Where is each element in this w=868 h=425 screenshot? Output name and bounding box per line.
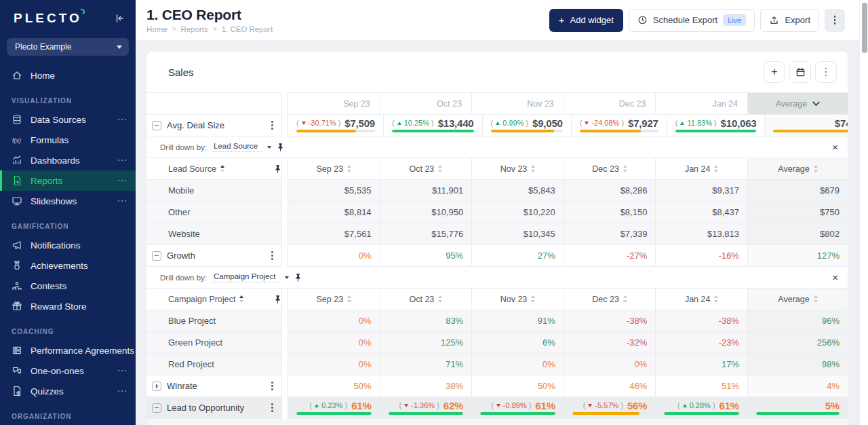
sort-icon[interactable] [531, 165, 535, 172]
row-more-icon[interactable] [271, 403, 273, 412]
sidebar-item-quizzes[interactable]: Quizzes [0, 381, 136, 401]
sort-icon[interactable] [438, 165, 442, 172]
chevron-down-icon[interactable] [285, 276, 289, 279]
sort-icon[interactable] [239, 295, 243, 302]
breadcrumb-reports[interactable]: Reports [181, 25, 208, 33]
subheader-column-oct-23[interactable]: Oct 23 [380, 158, 472, 180]
metric-label-cell[interactable]: Avg. Deal Size [146, 115, 282, 136]
export-button[interactable]: Export [760, 9, 819, 32]
expand-icon[interactable] [152, 382, 161, 391]
subheader-column-jan-24[interactable]: Jan 24 [655, 289, 747, 310]
more-options-icon[interactable] [118, 390, 126, 392]
row-more-icon[interactable] [271, 251, 273, 260]
page-more-button[interactable] [825, 9, 845, 32]
sort-icon[interactable] [347, 295, 351, 302]
metric-label-cell[interactable]: Lead to Opportunity [146, 397, 282, 419]
collapse-icon[interactable] [152, 121, 161, 130]
sidebar-item-notifications[interactable]: Notifications [0, 235, 136, 255]
close-drilldown-icon[interactable]: × [832, 272, 838, 282]
column-header-sep-23[interactable]: Sep 23 [288, 92, 380, 115]
subheader-column-nov-23[interactable]: Nov 23 [471, 158, 564, 180]
sidebar-item-home[interactable]: Home [0, 65, 136, 86]
sidebar-item-reports[interactable]: Reports [0, 170, 136, 191]
breadcrumb-separator: > [213, 25, 217, 33]
sort-icon[interactable] [347, 165, 351, 172]
collapse-icon[interactable] [152, 251, 161, 261]
collapse-icon[interactable] [152, 403, 161, 413]
widget-more-button[interactable] [815, 61, 837, 83]
sort-icon[interactable] [814, 165, 818, 172]
column-header-oct-23[interactable]: Oct 23 [380, 92, 472, 115]
pin-icon[interactable] [294, 273, 302, 282]
pin-icon[interactable] [274, 164, 281, 174]
collapse-sidebar-icon[interactable] [114, 13, 125, 24]
more-options-icon[interactable] [118, 370, 126, 371]
sidebar-item-one-on-ones[interactable]: One-on-ones [0, 361, 136, 381]
add-widget-button[interactable]: + Add widget [549, 9, 623, 32]
sort-icon[interactable] [714, 165, 718, 172]
sort-icon[interactable] [623, 295, 627, 302]
subheader-column-nov-23[interactable]: Nov 23 [471, 289, 564, 310]
subheader-column-oct-23[interactable]: Oct 23 [380, 289, 472, 310]
sidebar-item-formulas[interactable]: f(x)Formulas [0, 130, 136, 150]
column-header-nov-23[interactable]: Nov 23 [471, 92, 564, 115]
sort-icon[interactable] [623, 165, 627, 172]
column-header-dec-23[interactable]: Dec 23 [564, 92, 656, 115]
sidebar-item-data-sources[interactable]: Data Sources [0, 109, 136, 130]
widget-calendar-button[interactable] [789, 61, 811, 83]
sort-icon[interactable] [814, 295, 818, 302]
pin-icon[interactable] [277, 143, 284, 152]
sort-icon[interactable] [438, 295, 442, 302]
column-header-jan-24[interactable]: Jan 24 [655, 92, 747, 115]
more-options-icon[interactable] [118, 119, 126, 120]
drilldown-field-selector[interactable]: Campaign Project [212, 272, 279, 282]
column-label: Average [778, 164, 809, 174]
scrollbar-thumb[interactable] [862, 3, 867, 53]
subheader-column-dec-23[interactable]: Dec 23 [564, 289, 656, 310]
sort-icon[interactable] [531, 295, 535, 302]
subheader-column-sep-23[interactable]: Sep 23 [288, 289, 380, 310]
cell-value: 0% [359, 337, 372, 348]
calendar-icon [795, 67, 806, 77]
drilldown-row-website: Website$7,561$15,776$10,345$7,339$13,813… [146, 223, 848, 245]
sidebar-item-label: Slideshows [31, 196, 110, 206]
more-options-icon[interactable] [118, 160, 126, 161]
cell-value: $9,317 [712, 185, 739, 196]
metric-label-cell[interactable]: Growth [146, 245, 282, 267]
drilldown-field-selector[interactable]: Lead Source [212, 142, 262, 152]
breadcrumb-home[interactable]: Home [146, 25, 167, 33]
more-options-icon[interactable] [118, 180, 126, 181]
close-drilldown-icon[interactable]: × [832, 142, 838, 152]
subheader-column-dec-23[interactable]: Dec 23 [564, 158, 656, 180]
schedule-export-button[interactable]: Schedule Export Live [629, 9, 755, 32]
sort-icon[interactable] [220, 165, 224, 172]
sidebar-item-contests[interactable]: Contests [0, 276, 136, 296]
column-header-average[interactable]: Average [747, 92, 848, 115]
metric-label-cell[interactable]: Winrate [146, 375, 282, 397]
row-more-icon[interactable] [271, 121, 273, 130]
sidebar-item-reward-store[interactable]: Reward Store [0, 296, 136, 316]
metric-cell-oct-23: (-1.36%)62% [380, 397, 472, 419]
sidebar-item-achievements[interactable]: Achievements [0, 255, 136, 276]
subheader-lead-source[interactable]: Lead Source [146, 158, 282, 180]
column-label: Jan 24 [685, 295, 711, 304]
more-options-icon[interactable] [118, 200, 126, 202]
subheader-column-jan-24[interactable]: Jan 24 [655, 158, 747, 180]
chevron-down-icon[interactable] [267, 146, 271, 149]
sidebar-item-performance-agreements[interactable]: Performance Agreements [0, 340, 136, 361]
drilldown-cell-average: 256% [747, 332, 848, 354]
row-more-icon[interactable] [271, 382, 273, 390]
widget-add-button[interactable]: + [764, 61, 785, 83]
plus-icon: + [559, 15, 565, 25]
workspace-selector[interactable]: Plecto Example [7, 38, 129, 56]
sort-icon[interactable] [714, 295, 718, 302]
sidebar-item-slideshows[interactable]: Slideshows [0, 191, 136, 211]
subheader-column-average[interactable]: Average [747, 158, 848, 180]
subheader-column-sep-23[interactable]: Sep 23 [288, 158, 380, 180]
vertical-scrollbar[interactable] [859, 0, 868, 425]
sidebar-item-dashboards[interactable]: Dashboards [0, 150, 136, 170]
pin-icon[interactable] [274, 295, 281, 304]
subheader-column-average[interactable]: Average [747, 289, 848, 310]
trend-down-icon [302, 122, 306, 125]
subheader-campaign-project[interactable]: Campaign Project [146, 289, 282, 310]
